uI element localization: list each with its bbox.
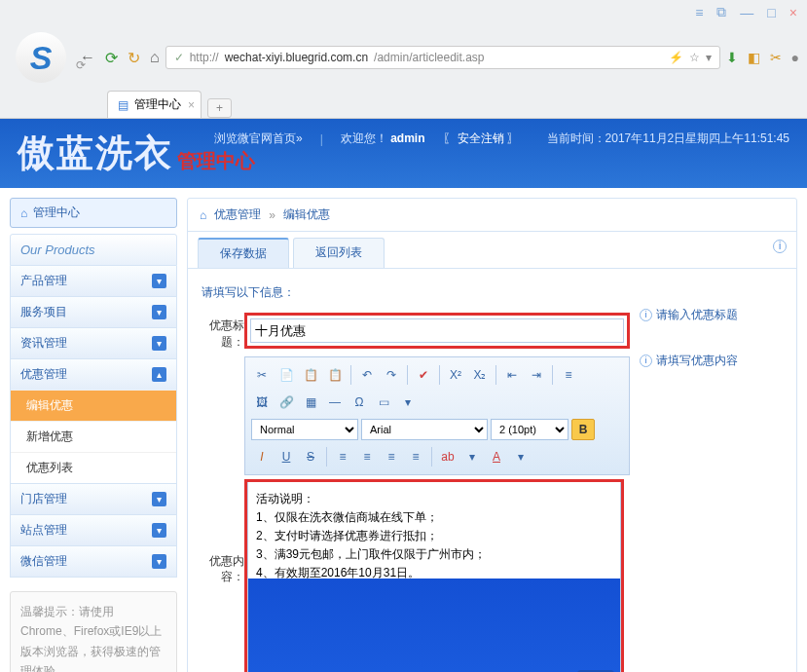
browser-logo: S [16, 32, 66, 83]
username: admin [390, 131, 424, 145]
sidebar-group-0[interactable]: 产品管理▾ [11, 266, 176, 296]
content-hint: 请填写优惠内容 [656, 353, 738, 369]
maximize-icon[interactable]: □ [767, 5, 775, 20]
subscript-icon[interactable]: X₂ [469, 364, 491, 386]
new-tab-button[interactable]: + [207, 98, 232, 118]
time-label: 当前时间： [547, 131, 605, 145]
editor-body[interactable]: 活动说明： 1、仅限在洗衣微信商城在线下单；2、支付时请选择优惠券进行抵扣；3、… [247, 482, 621, 672]
bookmark-icon[interactable]: ◧ [748, 50, 760, 65]
tab-close-icon[interactable]: × [188, 98, 195, 112]
sidebar-title: ⌂ 管理中心 [10, 198, 177, 228]
editor-graphic: ◆ [248, 579, 620, 672]
font-color-icon[interactable]: A [486, 446, 507, 467]
sidebar-group-4[interactable]: 门店管理▾ [11, 483, 176, 514]
star-icon[interactable]: ☆ [689, 51, 700, 64]
sidebar-item[interactable]: 新增优惠 [11, 421, 176, 452]
media-icon[interactable]: ▭ [373, 392, 394, 413]
chevron-down-icon: ▾ [152, 492, 166, 506]
home-link[interactable]: 浏览微官网首页» [214, 131, 303, 147]
chevron-down-icon[interactable]: ▾ [461, 446, 483, 467]
menu-icon[interactable]: ≡ [695, 5, 703, 20]
chevron-down-icon[interactable]: ▾ [510, 446, 532, 467]
size-select[interactable]: 2 (10pt) [491, 419, 569, 440]
copy-icon[interactable]: 📄 [275, 364, 297, 386]
chevron-down-icon: ▾ [152, 554, 166, 569]
sidebar-group-3[interactable]: 优惠管理▴ [11, 358, 176, 390]
editor-line: 2、支付时请选择优惠券进行抵扣； [256, 527, 612, 545]
home-icon[interactable]: ⌂ [150, 49, 160, 66]
sidebar-item[interactable]: 优惠列表 [11, 452, 176, 483]
title-label: 优惠标题： [202, 313, 244, 351]
back-tab[interactable]: 返回列表 [293, 238, 385, 268]
breadcrumb-l1[interactable]: 优惠管理 [214, 206, 261, 223]
symbol-icon[interactable]: Ω [348, 392, 370, 413]
font-select[interactable]: Arial [361, 419, 488, 440]
form-hint: 请填写以下信息： [202, 279, 783, 307]
browser-tab[interactable]: ▤ 管理中心 × [107, 91, 202, 118]
underline-icon[interactable]: U [275, 446, 297, 467]
home-icon: ⌂ [20, 206, 27, 220]
url-path: /admin/articleedit.asp [374, 51, 484, 64]
outdent-icon[interactable]: ⇤ [501, 364, 523, 386]
restore-icon[interactable]: ⧉ [716, 4, 726, 20]
info-icon[interactable]: i [773, 240, 787, 253]
minimize-icon[interactable]: — [740, 5, 753, 20]
strike-icon[interactable]: S [300, 446, 321, 467]
download-icon[interactable]: ⬇ [726, 50, 738, 65]
align-justify-icon[interactable]: ≡ [405, 446, 426, 467]
breadcrumb-home-icon[interactable]: ⌂ [200, 208, 206, 222]
editor-heading: 活动说明： [256, 490, 612, 508]
chevron-up-icon: ▴ [152, 367, 166, 382]
table-icon[interactable]: ▦ [300, 392, 321, 413]
list-icon[interactable]: ≡ [558, 364, 579, 386]
align-center-icon[interactable]: ≡ [356, 446, 378, 467]
app-header: 傲蓝洗衣 管理中心 浏览微官网首页» | 欢迎您！ admin 〖 安全注销 〗… [0, 119, 807, 188]
cut-icon[interactable]: ✂ [770, 50, 782, 65]
time-value: 2017年11月2日星期四上午11:51:45 [605, 131, 789, 145]
close-window-icon[interactable]: × [789, 5, 797, 20]
link-icon[interactable]: 🔗 [275, 392, 297, 413]
tab-title: 管理中心 [134, 96, 181, 113]
chevron-down-icon: ▾ [152, 305, 166, 319]
our-products-label: Our Products [10, 234, 177, 266]
highlight-icon[interactable]: ab [437, 446, 459, 467]
dropdown-icon[interactable]: ▾ [706, 51, 712, 64]
reload-icon[interactable]: ⟳ [105, 49, 118, 67]
align-right-icon[interactable]: ≡ [381, 446, 402, 467]
chevron-down-icon: ▾ [152, 523, 166, 538]
save-tab[interactable]: 保存数据 [198, 238, 289, 268]
logout-link[interactable]: 安全注销 [458, 131, 504, 145]
bold-button[interactable]: B [571, 419, 595, 440]
hr-icon[interactable]: — [324, 392, 346, 413]
superscript-icon[interactable]: X² [445, 364, 466, 386]
cut-icon[interactable]: ✂ [251, 364, 273, 386]
sidebar-group-1[interactable]: 服务项目▾ [11, 296, 176, 327]
sidebar-group-6[interactable]: 微信管理▾ [11, 545, 176, 577]
spellcheck-icon[interactable]: ✔ [413, 364, 434, 386]
format-select[interactable]: Normal [251, 419, 358, 440]
more-icon[interactable]: ▾ [397, 392, 419, 413]
editor-line: 3、满39元包邮，上门取件仅限于广州市内； [256, 545, 612, 564]
content-label: 优惠内容： [202, 475, 244, 586]
breadcrumb-l2: 编辑优惠 [283, 206, 330, 223]
sidebar-group-5[interactable]: 站点管理▾ [11, 514, 176, 545]
forward-icon[interactable]: ↻ [128, 49, 140, 67]
sidebar-item[interactable]: 编辑优惠 [11, 390, 176, 421]
sidebar-group-2[interactable]: 资讯管理▾ [11, 327, 176, 358]
italic-icon[interactable]: I [251, 446, 273, 467]
align-left-icon[interactable]: ≡ [332, 446, 353, 467]
title-input[interactable] [250, 318, 624, 343]
paste-icon[interactable]: 📋 [300, 364, 321, 386]
undo-icon[interactable]: ↶ [356, 364, 378, 386]
brand-title: 傲蓝洗衣 [18, 129, 173, 178]
paste-word-icon[interactable]: 📋 [324, 364, 346, 386]
flash-icon[interactable]: ⚡ [669, 51, 683, 64]
url-proto: http:// [190, 51, 219, 64]
address-bar[interactable]: ✓ http://wechat-xiyi.bluegrid.com.cn/adm… [165, 46, 720, 69]
insert-img-icon[interactable]: 🖼 [251, 392, 273, 413]
more-icon[interactable]: ● [791, 50, 799, 65]
window-controls: ≡ ⧉ — □ × [0, 0, 807, 24]
indent-icon[interactable]: ⇥ [526, 364, 547, 386]
redo-icon[interactable]: ↷ [381, 364, 402, 386]
lock-icon: ✓ [174, 51, 184, 64]
